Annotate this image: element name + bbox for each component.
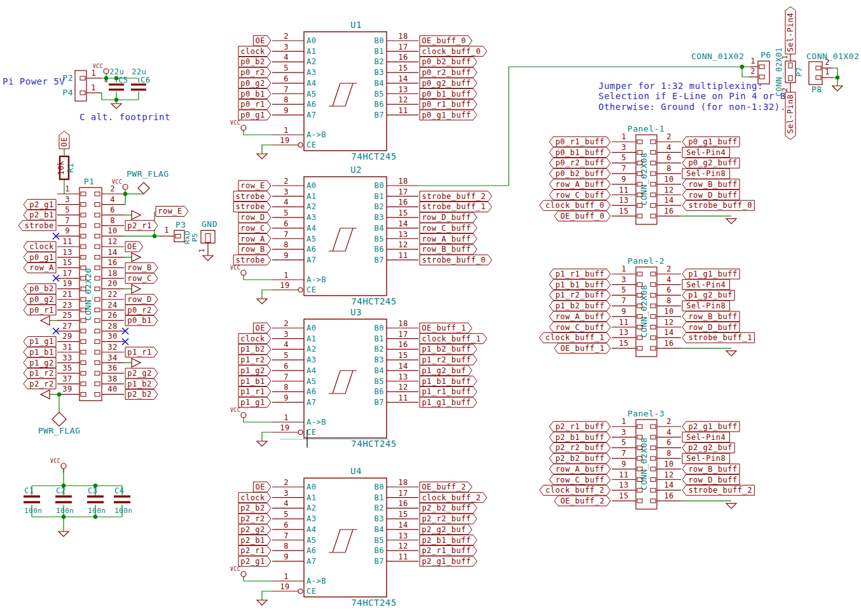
global-label-clock_buff_1[interactable]: clock_buff_1 <box>539 332 610 343</box>
vcc-symbol[interactable] <box>241 413 246 418</box>
global-label-row_B_buff[interactable]: row_B_buff <box>682 311 740 322</box>
connector-P2-P4[interactable] <box>75 71 86 101</box>
wire[interactable] <box>262 432 272 441</box>
global-label-strobe[interactable]: strobe <box>18 221 56 231</box>
global-label-p0_r2_buff[interactable]: p0_r2_buff <box>420 67 477 78</box>
global-label-strobe_buff_1[interactable]: strobe_buff_1 <box>420 202 492 212</box>
global-label-p2_g2[interactable]: p2_g2 <box>238 524 271 535</box>
global-label-Sel-Pin8[interactable]: Sel-Pin8 <box>682 301 729 311</box>
global-label-row_A_buff[interactable]: row_A_buff <box>549 311 610 322</box>
global-label-p1_r1[interactable]: p1_r1 <box>238 387 271 397</box>
global-label-strobe_buff_1[interactable]: strobe_buff_1 <box>682 332 754 343</box>
global-label-row_D_buff[interactable]: row_D_buff <box>682 190 740 200</box>
wire[interactable] <box>262 290 272 299</box>
global-label-p0_b2_buff[interactable]: p0_b2_buff <box>549 168 610 179</box>
global-label-p2_g1[interactable]: p2_g1 <box>24 200 56 210</box>
global-label-p1_r1_buff[interactable]: p1_r1_buff <box>549 269 610 279</box>
connector-P5[interactable] <box>201 230 215 243</box>
global-label-p1_b2_buff[interactable]: p1_b2_buff <box>420 344 477 354</box>
connector-body[interactable] <box>75 71 86 101</box>
global-label-row_C[interactable]: row_C <box>125 273 158 284</box>
pwr-flag-symbol[interactable] <box>138 182 149 194</box>
global-label-p1_b2_buff[interactable]: p1_b2_buff <box>549 301 610 311</box>
global-label-p1_g2[interactable]: p1_g2 <box>24 358 56 368</box>
vcc-symbol[interactable] <box>241 270 246 275</box>
global-label-strobe[interactable]: strobe <box>233 191 271 202</box>
global-label-p2_b1[interactable]: p2_b1 <box>238 535 271 545</box>
global-label-p0_b2[interactable]: p0_b2 <box>238 57 271 67</box>
global-label-p1_b1[interactable]: p1_b1 <box>238 376 271 387</box>
global-label-p0_g2[interactable]: p0_g2 <box>238 78 271 88</box>
global-label-row_C_buff[interactable]: row_C_buff <box>549 190 610 200</box>
wire[interactable] <box>262 591 272 600</box>
global-label-p0_g2_buff[interactable]: p0_g2_buff <box>420 78 477 88</box>
global-label-p2_r1[interactable]: p2_r1 <box>125 221 158 231</box>
gnd-symbol[interactable] <box>59 531 69 537</box>
gnd-symbol[interactable] <box>132 284 141 293</box>
global-label-p2_r2_buff[interactable]: p2_r2_buff <box>549 442 610 453</box>
global-label-p1_g2_buf[interactable]: p1_g2_buf <box>420 366 472 376</box>
global-label-row_C[interactable]: row_C <box>238 223 271 233</box>
connector-Panel-3[interactable]: Panel-3CONN_02X0813579111315246810121416 <box>619 409 673 509</box>
wire[interactable] <box>262 145 272 154</box>
global-label-p2_g2_buf[interactable]: p2_g2_buf <box>682 442 734 453</box>
global-label-p1_b2[interactable]: p1_b2 <box>238 344 271 354</box>
global-label-OE_buff_1[interactable]: OE_buff_1 <box>420 323 472 333</box>
global-label-row_B_buff[interactable]: row_B_buff <box>420 244 477 254</box>
global-label-Sel-Pin4[interactable]: Sel-Pin4 <box>785 7 796 54</box>
global-label-row_D[interactable]: row_D <box>125 294 158 305</box>
global-label-p0_r1[interactable]: p0_r1 <box>24 305 56 315</box>
global-label-row_C_buff[interactable]: row_C_buff <box>549 322 610 332</box>
global-label-p0_r1_buff[interactable]: p0_r1_buff <box>549 137 610 147</box>
gnd-symbol[interactable] <box>132 359 141 367</box>
global-label-p0_b1_buff[interactable]: p0_b1_buff <box>420 89 477 99</box>
global-label-p1_r2[interactable]: p1_r2 <box>238 355 271 365</box>
gnd-symbol[interactable] <box>257 441 267 446</box>
global-label-p2_b1[interactable]: p2_b1 <box>24 210 56 220</box>
gnd-symbol[interactable] <box>203 256 213 261</box>
gnd-symbol[interactable] <box>726 351 736 356</box>
global-label-OE[interactable]: OE <box>253 36 271 46</box>
global-label-strobe[interactable]: strobe <box>233 202 271 212</box>
global-label-row_B_buff[interactable]: row_B_buff <box>682 179 740 189</box>
global-label-OE_buff_0[interactable]: OE_buff_0 <box>554 211 610 221</box>
global-label-row_A[interactable]: row_A <box>238 234 271 244</box>
global-label-OE_buff_2[interactable]: OE_buff_2 <box>420 482 472 492</box>
global-label-OE[interactable]: OE <box>253 323 271 333</box>
global-label-row_A_buff[interactable]: row_A_buff <box>549 179 610 189</box>
global-label-row_E[interactable]: row_E <box>238 181 271 191</box>
pwr-flag-symbol[interactable] <box>52 412 66 426</box>
gnd-symbol[interactable] <box>257 600 267 605</box>
global-label-strobe_buff_0[interactable]: strobe_buff_0 <box>420 255 492 265</box>
global-label-row_C_buff[interactable]: row_C_buff <box>549 475 610 485</box>
global-label-strobe_buff_2[interactable]: strobe_buff_2 <box>420 191 492 202</box>
global-label-p1_g1_buff[interactable]: p1_g1_buff <box>682 269 740 279</box>
gnd-symbol[interactable] <box>41 390 50 399</box>
schematic-canvas[interactable]: P2P41122uC5+22uC6VCC10kR1P1CONN_02X2012V… <box>0 0 861 616</box>
global-label-p2_g1_buff[interactable]: p2_g1_buff <box>682 421 740 432</box>
global-label-p0_b1_buff[interactable]: p0_b1_buff <box>549 147 610 158</box>
global-label-p0_b2[interactable]: p0_b2 <box>24 284 56 294</box>
global-label-p1_g1[interactable]: p1_g1 <box>24 336 56 346</box>
global-label-clock[interactable]: clock <box>238 46 271 57</box>
global-label-row_B[interactable]: row_B <box>238 244 271 254</box>
global-label-p1_r1_buff[interactable]: p1_r1_buff <box>420 387 477 397</box>
global-label-p2_r1[interactable]: p2_r1 <box>238 545 271 556</box>
global-label-p2_b1_buff[interactable]: p2_b1_buff <box>420 535 477 545</box>
global-label-row_D_buff[interactable]: row_D_buff <box>682 322 740 332</box>
global-label-clock_buff_0[interactable]: clock_buff_0 <box>539 200 610 210</box>
global-label-OE_buff_2[interactable]: OE_buff_2 <box>554 496 610 506</box>
global-label-p0_b2_buff[interactable]: p0_b2_buff <box>420 57 477 67</box>
global-label-p2_b2[interactable]: p2_b2 <box>238 503 271 513</box>
global-label-p1_r2_buff[interactable]: p1_r2_buff <box>549 290 610 300</box>
vcc-symbol[interactable] <box>123 184 128 189</box>
global-label-p1_g1[interactable]: p1_g1 <box>238 397 271 407</box>
global-label-p2_b2[interactable]: p2_b2 <box>125 389 158 399</box>
global-label-clock_buff_0[interactable]: clock_buff_0 <box>420 46 487 57</box>
global-label-row_A[interactable]: row_A <box>24 263 56 273</box>
gnd-symbol[interactable] <box>132 253 141 262</box>
global-label-row_D_buff[interactable]: row_D_buff <box>420 212 477 222</box>
global-label-strobe_buff_2[interactable]: strobe_buff_2 <box>682 485 754 495</box>
global-label-Sel-Pin4[interactable]: Sel-Pin4 <box>682 147 729 158</box>
global-label-p2_b2_buff[interactable]: p2_b2_buff <box>549 453 610 463</box>
